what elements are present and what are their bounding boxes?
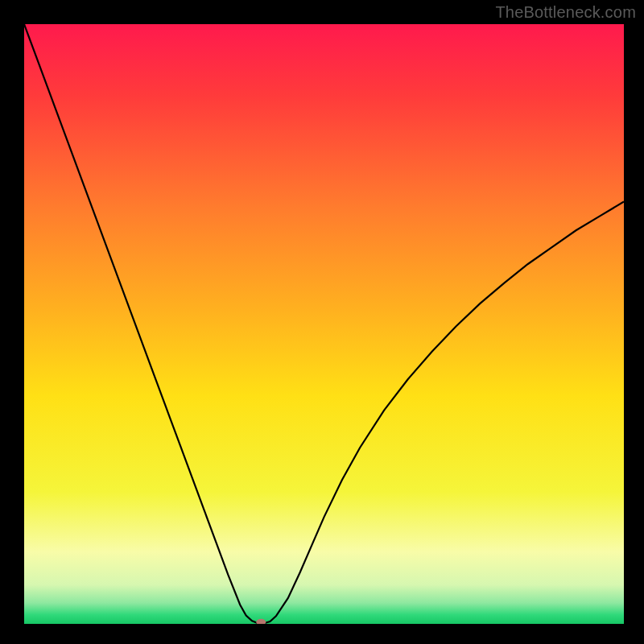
watermark-text: TheBottleneck.com: [495, 3, 636, 22]
gradient-background: [24, 24, 624, 624]
bottleneck-chart: [24, 24, 624, 624]
chart-frame: [24, 24, 624, 624]
